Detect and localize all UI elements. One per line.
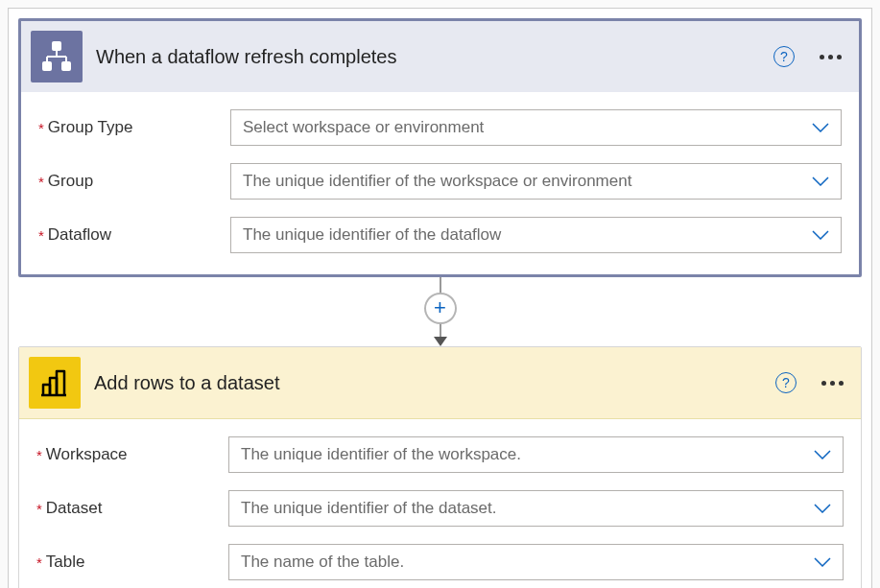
chevron-down-icon <box>814 557 831 567</box>
svg-rect-6 <box>62 62 70 70</box>
svg-rect-0 <box>53 42 60 50</box>
powerbi-icon <box>29 357 81 409</box>
dataflow-select[interactable]: The unique identifier of the dataflow <box>230 217 842 253</box>
required-marker: * <box>36 501 42 517</box>
connector-line <box>440 324 441 338</box>
more-icon[interactable] <box>816 51 845 63</box>
field-group: *Group The unique identifier of the work… <box>38 163 842 200</box>
chevron-down-icon <box>812 176 829 186</box>
help-icon[interactable]: ? <box>775 372 797 393</box>
field-workspace: *Workspace The unique identifier of the … <box>36 436 844 473</box>
trigger-actions: ? <box>773 46 845 67</box>
workspace-select[interactable]: The unique identifier of the workspace. <box>228 436 844 473</box>
field-group-type: *Group Type Select workspace or environm… <box>38 109 842 146</box>
chevron-down-icon <box>812 123 829 132</box>
field-label: *Dataset <box>36 499 228 518</box>
action-title: Add rows to a dataset <box>94 372 762 394</box>
trigger-card: When a dataflow refresh completes ? *Gro… <box>18 18 862 277</box>
group-select[interactable]: The unique identifier of the workspace o… <box>230 163 842 200</box>
table-select[interactable]: The name of the table. <box>228 544 844 580</box>
help-icon[interactable]: ? <box>773 46 795 67</box>
group-type-select[interactable]: Select workspace or environment <box>230 109 842 146</box>
action-card: Add rows to a dataset ? *Workspace The u… <box>18 346 862 588</box>
trigger-header[interactable]: When a dataflow refresh completes ? <box>21 21 859 92</box>
field-label: *Dataflow <box>38 225 230 245</box>
field-dataset: *Dataset The unique identifier of the da… <box>36 490 844 527</box>
required-marker: * <box>38 120 44 136</box>
action-actions: ? <box>775 372 847 393</box>
add-step-button[interactable]: + <box>424 293 457 325</box>
field-label: *Group Type <box>38 118 230 137</box>
field-label: *Group <box>38 172 230 191</box>
connector-line <box>440 277 441 293</box>
required-marker: * <box>38 174 44 190</box>
svg-rect-5 <box>43 62 51 70</box>
required-marker: * <box>36 447 42 463</box>
chevron-down-icon <box>812 230 829 240</box>
flow-canvas: When a dataflow refresh completes ? *Gro… <box>8 8 872 588</box>
action-body: *Workspace The unique identifier of the … <box>19 419 861 588</box>
chevron-down-icon <box>814 450 831 459</box>
action-header[interactable]: Add rows to a dataset ? <box>19 347 861 419</box>
arrow-down-icon <box>434 337 447 346</box>
more-icon[interactable] <box>818 377 847 389</box>
trigger-body: *Group Type Select workspace or environm… <box>21 92 859 274</box>
dataflow-icon <box>31 31 83 82</box>
plus-icon: + <box>434 297 446 318</box>
required-marker: * <box>38 227 44 244</box>
required-marker: * <box>36 554 42 571</box>
field-table: *Table The name of the table. <box>36 544 844 580</box>
field-label: *Workspace <box>36 445 228 464</box>
dataset-select[interactable]: The unique identifier of the dataset. <box>228 490 844 527</box>
trigger-title: When a dataflow refresh completes <box>96 46 760 68</box>
connector: + <box>18 277 862 346</box>
chevron-down-icon <box>814 504 831 513</box>
field-dataflow: *Dataflow The unique identifier of the d… <box>38 217 842 253</box>
field-label: *Table <box>36 553 228 572</box>
